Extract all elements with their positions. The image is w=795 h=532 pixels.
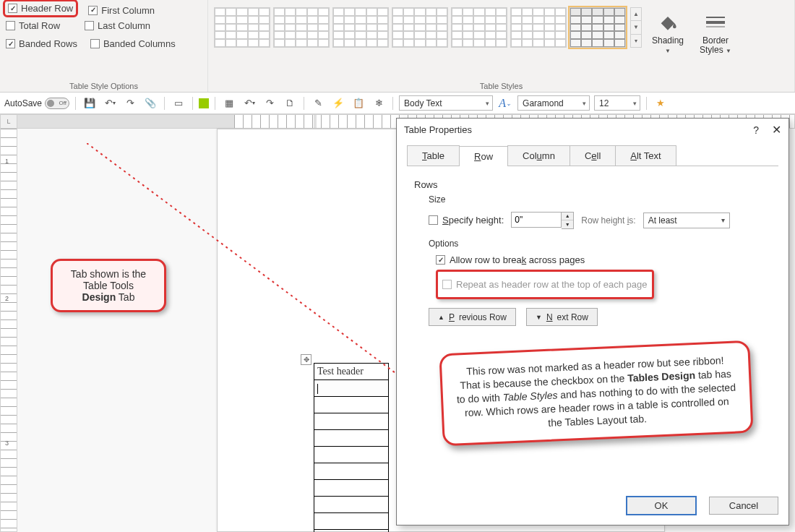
style-combo[interactable]: Body Text <box>399 95 493 111</box>
label: Total Row <box>19 20 60 31</box>
checkbox-banded-rows[interactable]: Banded Rows <box>6 38 77 49</box>
tool-icon-2[interactable]: ⚡ <box>330 95 346 111</box>
previous-row-button[interactable]: ▲ Previous Row <box>429 308 516 326</box>
table-cell[interactable] <box>314 447 389 463</box>
spin-down-icon[interactable]: ▼ <box>562 220 573 228</box>
dialog-title: Table Properties <box>404 124 472 135</box>
style-thumb-6[interactable] <box>510 7 567 48</box>
table-cell[interactable] <box>314 413 389 430</box>
spin-up-icon[interactable]: ▲ <box>562 213 573 220</box>
dialog-titlebar[interactable]: Table Properties ? ✕ <box>397 119 788 141</box>
checkbox-header-row[interactable]: Header Row <box>8 3 73 14</box>
label: Header Row <box>21 3 73 14</box>
label: Banded Rows <box>19 38 77 49</box>
save-icon[interactable]: 💾 <box>82 95 98 111</box>
shading-button[interactable]: Shading▼ <box>646 7 689 58</box>
border-styles-button[interactable]: Border Styles ▼ <box>694 7 737 58</box>
highlight-icon[interactable] <box>199 98 209 108</box>
table-cell[interactable] <box>314 497 389 513</box>
style-thumb-7-selected[interactable] <box>570 7 626 48</box>
chevron-down-icon: ▼ <box>726 48 731 54</box>
grid-icon[interactable]: ▦ <box>221 95 237 111</box>
checkmark-icon <box>436 255 445 265</box>
style-thumb-1[interactable] <box>214 7 270 48</box>
label: Banded Columns <box>103 38 176 49</box>
row-height-combo[interactable]: At least <box>643 213 730 228</box>
height-input[interactable]: ▲▼ <box>511 212 574 229</box>
options-label: Options <box>429 239 771 249</box>
dialog-footer: OK Cancel <box>397 489 788 525</box>
attach-icon[interactable]: 📎 <box>142 95 158 111</box>
style-thumb-4[interactable] <box>392 7 448 48</box>
checkbox-specify-height[interactable]: Specify height: <box>429 215 504 226</box>
redo-button[interactable]: ↷ <box>122 95 138 111</box>
tab-row[interactable]: Row <box>459 146 508 166</box>
help-icon[interactable]: ? <box>753 124 759 136</box>
table-properties-dialog: Table Properties ? ✕ Table Row Column Ce… <box>396 118 789 525</box>
autosave-toggle[interactable]: AutoSave Off <box>4 98 69 109</box>
undo2-icon[interactable]: ↶▾ <box>241 95 257 111</box>
checkbox-icon <box>429 215 438 225</box>
group-table-styles: ▲▼▾ Shading▼ Border Styles ▼ Table Style… <box>208 0 795 92</box>
style-thumb-5[interactable] <box>451 7 507 48</box>
table-cell[interactable] <box>314 380 389 397</box>
combo-value: At least <box>648 215 677 226</box>
table-cell[interactable] <box>314 397 389 413</box>
table-header-cell[interactable]: Test header <box>314 364 389 380</box>
checkbox-total-row[interactable]: Total Row <box>6 20 60 31</box>
test-table[interactable]: Test header <box>314 363 389 532</box>
more-icon[interactable]: ▾ <box>631 35 641 47</box>
paste-icon[interactable]: 📋 <box>351 95 366 111</box>
up-arrow-icon[interactable]: ▲ <box>631 8 641 21</box>
chevron-down-icon: ▼ <box>665 48 671 54</box>
combo-value: Garamond <box>523 98 564 108</box>
cancel-button[interactable]: Cancel <box>709 497 778 515</box>
ruler-corner: L <box>0 114 17 129</box>
redo2-icon[interactable]: ↷ <box>262 95 278 111</box>
checkmark-icon <box>6 39 15 48</box>
gallery-scroll[interactable]: ▲▼▾ <box>630 7 642 48</box>
height-field[interactable] <box>511 212 562 228</box>
label: First Column <box>101 5 155 16</box>
bucket-icon <box>656 10 679 33</box>
border-icon <box>704 10 727 33</box>
group-table-style-options: Header Row First Column Total Row Last C… <box>0 0 208 92</box>
table-cell[interactable] <box>314 480 389 497</box>
toggle-pill-icon[interactable]: Off <box>45 98 69 109</box>
table-cell[interactable] <box>314 513 389 530</box>
checkbox-banded-columns[interactable]: Banded Columns <box>90 38 176 49</box>
checkbox-allow-break[interactable]: Allow row to break across pages <box>436 254 771 265</box>
font-combo[interactable]: Garamond <box>517 95 590 111</box>
new-icon[interactable]: ▭ <box>171 95 186 111</box>
snowflake-icon[interactable]: ❄ <box>371 95 387 111</box>
ruler-tick: 2 <box>5 295 9 302</box>
checkbox-last-column[interactable]: Last Column <box>85 20 150 31</box>
group-label: Table Styles <box>214 80 788 91</box>
table-cell[interactable] <box>314 530 389 533</box>
toggle-state: Off <box>59 100 67 106</box>
tab-column[interactable]: Column <box>507 145 570 166</box>
vertical-ruler[interactable]: 1 2 3 <box>0 129 17 532</box>
checkmark-icon <box>8 4 17 13</box>
next-row-button[interactable]: ▼ Next Row <box>526 308 598 326</box>
down-arrow-icon[interactable]: ▼ <box>631 21 641 34</box>
clear-format-icon[interactable]: A⌄ <box>497 95 513 111</box>
table-styles-gallery: ▲▼▾ Shading▼ Border Styles ▼ <box>214 3 788 80</box>
close-icon[interactable]: ✕ <box>772 123 781 137</box>
table-move-handle-icon[interactable]: ✥ <box>301 354 311 365</box>
tab-alt-text[interactable]: Alt Text <box>615 145 676 166</box>
tab-table[interactable]: Table <box>407 145 460 166</box>
tool-icon-1[interactable]: ✎ <box>310 95 326 111</box>
table-cell[interactable] <box>314 430 389 447</box>
doc-icon[interactable]: 🗋 <box>282 95 298 111</box>
undo-button[interactable]: ↶▾ <box>102 95 118 111</box>
ok-button[interactable]: OK <box>627 497 696 515</box>
callout-design-tab: Tab shown is theTable ToolsDesign Tab <box>51 259 166 312</box>
tab-cell[interactable]: Cell <box>570 145 616 166</box>
checkbox-first-column[interactable]: First Column <box>88 1 155 19</box>
font-size-combo[interactable]: 12 <box>594 95 640 111</box>
favorite-icon[interactable]: ★ <box>653 95 669 111</box>
style-thumb-2[interactable] <box>273 7 330 48</box>
style-thumb-3[interactable] <box>332 7 389 48</box>
table-cell[interactable] <box>314 463 389 480</box>
